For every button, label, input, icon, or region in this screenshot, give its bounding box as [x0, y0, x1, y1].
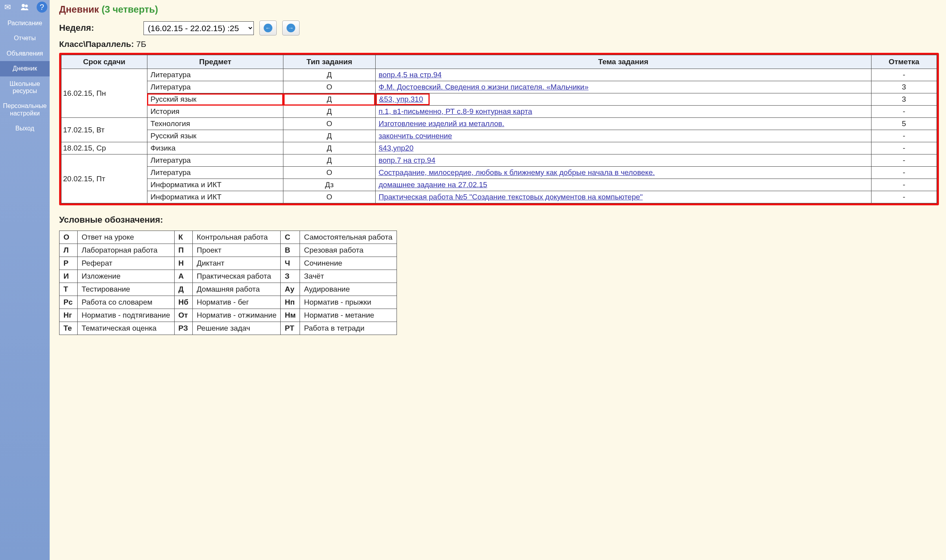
legend-code: Т [60, 283, 78, 296]
sidebar-item-4[interactable]: Школьные ресурсы [0, 76, 50, 99]
type-cell: Д [283, 142, 375, 154]
legend-label: Норматив - отжимание [193, 309, 281, 322]
assignment-link[interactable]: Практическая работа №5 "Создание текстов… [379, 193, 643, 201]
sidebar: ✉ ? РасписаниеОтчетыОбъявленияДневникШко… [0, 0, 50, 560]
assignment-link[interactable]: &53, упр.310 [379, 95, 426, 104]
diary-row: 16.02.15, ПнЛитератураДвопр.4,5 на стр.9… [61, 69, 937, 81]
assignment-link[interactable]: вопр.4,5 на стр.94 [379, 71, 442, 79]
legend-code: Нп [281, 296, 300, 309]
legend-row: ЛЛабораторная работаППроектВСрезовая раб… [60, 244, 397, 257]
legend-code: Н [174, 257, 192, 270]
topic-cell: &53, упр.310 [375, 93, 871, 106]
legend-code: Р [60, 257, 78, 270]
week-select[interactable]: (16.02.15 - 22.02.15) :25 [143, 21, 254, 35]
week-next-button[interactable]: → [282, 20, 300, 35]
topic-cell: вопр.7 на стр.94 [375, 154, 871, 167]
legend-label: Тестирование [78, 283, 175, 296]
svg-point-0 [22, 4, 25, 7]
class-value: 7Б [136, 39, 146, 48]
topic-cell: Сострадание, милосердие, любовь к ближне… [375, 167, 871, 179]
assignment-link[interactable]: Изготовление изделий из металлов. [379, 119, 505, 128]
legend-row: ИИзложениеАПрактическая работаЗЗачёт [60, 270, 397, 283]
legend-label: Сочинение [300, 257, 397, 270]
subject-cell: Русский язык [147, 93, 283, 106]
legend-label: Практическая работа [193, 270, 281, 283]
sidebar-item-5[interactable]: Персональные настройки [0, 99, 50, 121]
diary-column-header: Тип задания [283, 55, 375, 69]
topic-cell: Ф.М. Достоевский. Сведения о жизни писат… [375, 81, 871, 93]
envelope-icon[interactable]: ✉ [2, 2, 13, 13]
page-title: Дневник (3 четверть) [59, 4, 939, 15]
legend-label: Диктант [193, 257, 281, 270]
assignment-link[interactable]: п.1, в1-письменно, РТ с.8-9 контурная ка… [379, 107, 532, 115]
diary-row: Русский языкД&53, упр.3103 [61, 93, 937, 106]
week-selector-row: Неделя: (16.02.15 - 22.02.15) :25 ← → [59, 20, 939, 35]
mark-cell: 3 [871, 81, 937, 93]
diary-row: ЛитератураОСострадание, милосердие, любо… [61, 167, 937, 179]
sidebar-item-2[interactable]: Объявления [0, 46, 50, 61]
arrow-left-icon: ← [264, 24, 272, 32]
subject-cell: Технология [147, 118, 283, 130]
sidebar-item-1[interactable]: Отчеты [0, 31, 50, 46]
legend-code: От [174, 309, 192, 322]
legend-label: Лабораторная работа [78, 244, 175, 257]
legend-label: Норматив - подтягивание [78, 309, 175, 322]
week-prev-button[interactable]: ← [259, 20, 277, 35]
legend-row: НгНорматив - подтягиваниеОтНорматив - от… [60, 309, 397, 322]
legend-label: Норматив - бег [193, 296, 281, 309]
legend-code: С [281, 231, 300, 244]
type-cell: Д [283, 154, 375, 167]
legend-code: Д [174, 283, 192, 296]
assignment-link[interactable]: закончить сочинение [379, 132, 452, 140]
diary-table: Срок сдачиПредметТип заданияТема задания… [61, 55, 937, 203]
topic-cell: вопр.4,5 на стр.94 [375, 69, 871, 81]
legend-label: Норматив - прыжки [300, 296, 397, 309]
page-title-text: Дневник [59, 4, 99, 15]
type-cell: Дз [283, 179, 375, 191]
mark-cell: - [871, 69, 937, 81]
subject-cell: Литература [147, 81, 283, 93]
subject-cell: Физика [147, 142, 283, 154]
type-cell: Д [283, 69, 375, 81]
legend-code: Л [60, 244, 78, 257]
legend-code: О [60, 231, 78, 244]
diary-column-header: Предмет [147, 55, 283, 69]
sidebar-item-6[interactable]: Выход [0, 121, 50, 136]
legend-code: РТ [281, 322, 300, 335]
legend-label: Реферат [78, 257, 175, 270]
subject-cell: Русский язык [147, 130, 283, 142]
legend-code: В [281, 244, 300, 257]
mark-cell: - [871, 106, 937, 118]
legend-label: Домашняя работа [193, 283, 281, 296]
mark-cell: - [871, 191, 937, 203]
diary-column-header: Отметка [871, 55, 937, 69]
sidebar-item-3[interactable]: Дневник [0, 61, 50, 76]
type-cell: О [283, 191, 375, 203]
legend-code: Нб [174, 296, 192, 309]
subject-cell: Литература [147, 154, 283, 167]
assignment-link[interactable]: Сострадание, милосердие, любовь к ближне… [379, 168, 655, 177]
assignment-link[interactable]: §43,упр20 [379, 144, 413, 152]
assignment-link[interactable]: Ф.М. Достоевский. Сведения о жизни писат… [379, 83, 589, 91]
assignment-link[interactable]: домашнее задание на 27.02.15 [379, 180, 488, 189]
type-cell: Д [283, 93, 375, 106]
type-cell: О [283, 81, 375, 93]
top-icon-bar: ✉ ? [0, 0, 50, 16]
legend-code: К [174, 231, 192, 244]
type-cell: О [283, 167, 375, 179]
legend-label: Тематическая оценка [78, 322, 175, 335]
legend-code: РЗ [174, 322, 192, 335]
help-icon[interactable]: ? [37, 2, 47, 13]
topic-cell: п.1, в1-письменно, РТ с.8-9 контурная ка… [375, 106, 871, 118]
subject-cell: Литература [147, 69, 283, 81]
sidebar-item-0[interactable]: Расписание [0, 16, 50, 31]
legend-code: А [174, 270, 192, 283]
legend-label: Ответ на уроке [78, 231, 175, 244]
type-cell: О [283, 118, 375, 130]
users-icon[interactable] [19, 2, 30, 13]
legend-label: Проект [193, 244, 281, 257]
due-date-cell: 20.02.15, Пт [61, 154, 147, 203]
legend-title: Условные обозначения: [59, 215, 939, 225]
mark-cell: - [871, 179, 937, 191]
assignment-link[interactable]: вопр.7 на стр.94 [379, 156, 436, 164]
